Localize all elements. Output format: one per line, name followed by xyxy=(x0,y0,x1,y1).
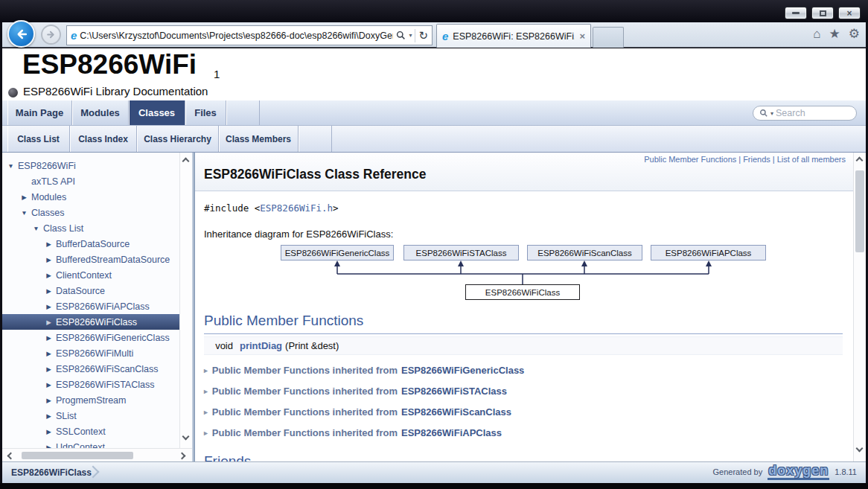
expander-icon[interactable]: ▶ xyxy=(45,350,53,357)
scroll-right-arrow-icon[interactable] xyxy=(179,453,186,460)
address-text[interactable]: C:\Users\Krzysztof\Documents\Projects\es… xyxy=(80,31,393,41)
tree-item-esp8266wifimulti[interactable]: ▶ESP8266WiFiMulti xyxy=(2,345,179,361)
inherited-class-link[interactable]: ESP8266WiFiScanClass xyxy=(401,406,511,418)
tree-item-datasource[interactable]: ▶DataSource xyxy=(2,283,179,298)
inherited-class-link[interactable]: ESP8266WiFiGenericClass xyxy=(401,365,524,376)
tree-item-class-list[interactable]: ▼Class List xyxy=(2,220,179,236)
tree-item-axtls-api[interactable]: axTLS API xyxy=(2,173,179,189)
tree-label: Classes xyxy=(31,208,64,218)
inherited-class-link[interactable]: ESP8266WiFiSTAClass xyxy=(401,386,507,397)
address-bar[interactable]: e C:\Users\Krzysztof\Documents\Projects\… xyxy=(66,25,433,45)
new-tab-button[interactable] xyxy=(593,27,624,48)
member-function-link[interactable]: printDiag xyxy=(240,340,282,351)
summary-link-public-members[interactable]: Public Member Functions xyxy=(644,155,736,164)
inherited-section-scanclass[interactable]: ▸ Public Member Functions inherited from… xyxy=(204,403,843,420)
inherited-section-apclass[interactable]: ▸ Public Member Functions inherited from… xyxy=(204,424,843,441)
tab-classes[interactable]: Classes xyxy=(129,100,185,125)
diagram-node-staclass[interactable]: ESP8266WiFiSTAClass xyxy=(403,245,519,261)
minimize-button[interactable] xyxy=(785,7,807,19)
tab-class-hierarchy[interactable]: Class Hierarchy xyxy=(137,126,219,152)
sidebar-horizontal-scrollbar[interactable] xyxy=(2,448,192,461)
scroll-left-arrow-icon[interactable] xyxy=(7,453,15,460)
search-filter-caret-icon[interactable]: ▾ xyxy=(770,110,773,117)
scroll-up-arrow-icon[interactable] xyxy=(182,158,190,165)
expander-icon[interactable]: ▶ xyxy=(20,194,28,201)
tree-item-esp8266wifi[interactable]: ▼ESP8266WiFi xyxy=(2,158,179,173)
collapsed-arrow-icon[interactable]: ▸ xyxy=(204,429,208,437)
sidebar-vertical-scrollbar[interactable] xyxy=(179,153,192,448)
favorites-star-icon[interactable]: ★ xyxy=(829,28,840,40)
close-button[interactable]: × xyxy=(838,7,861,19)
forward-button[interactable] xyxy=(41,25,61,45)
expander-icon[interactable]: ▶ xyxy=(45,287,53,295)
tree-item-esp8266wifiscanclass[interactable]: ▶ESP8266WiFiScanClass xyxy=(2,361,179,377)
inherited-class-link[interactable]: ESP8266WiFiAPClass xyxy=(401,427,502,438)
expander-icon[interactable]: ▼ xyxy=(20,209,28,217)
expander-icon[interactable]: ▶ xyxy=(45,365,53,373)
scroll-up-arrow-icon[interactable] xyxy=(856,157,864,164)
vertical-scroll-thumb[interactable] xyxy=(855,170,864,252)
summary-link-all-members[interactable]: List of all members xyxy=(777,155,846,164)
tab-endcap xyxy=(226,100,260,125)
diagram-node-scanclass[interactable]: ESP8266WiFiScanClass xyxy=(527,245,642,261)
tab-files[interactable]: Files xyxy=(185,100,226,125)
collapsed-arrow-icon[interactable]: ▸ xyxy=(204,408,208,416)
content-vertical-scrollbar[interactable] xyxy=(853,153,866,461)
search-dropdown-caret-icon[interactable]: ▾ xyxy=(409,32,412,39)
tab-modules[interactable]: Modules xyxy=(72,100,129,125)
expander-icon[interactable]: ▶ xyxy=(45,303,53,310)
tab-class-list[interactable]: Class List xyxy=(7,126,70,152)
search-input[interactable] xyxy=(776,108,840,118)
expander-icon[interactable]: ▼ xyxy=(32,225,40,232)
inherited-section-genericclass[interactable]: ▸ Public Member Functions inherited from… xyxy=(204,362,843,378)
tree-item-bufferedstreamdatasource[interactable]: ▶BufferedStreamDataSource xyxy=(2,252,179,267)
summary-separator: | xyxy=(738,155,741,164)
horizontal-scroll-thumb[interactable] xyxy=(22,452,133,459)
tab-class-index[interactable]: Class Index xyxy=(70,126,137,152)
tab-class-members[interactable]: Class Members xyxy=(219,126,299,152)
tree-item-classes[interactable]: ▼Classes xyxy=(2,205,179,220)
scroll-down-arrow-icon[interactable] xyxy=(182,433,190,441)
tree-item-clientcontext[interactable]: ▶ClientContext xyxy=(2,267,179,283)
search-magnifier-icon xyxy=(759,109,768,118)
expander-icon[interactable]: ▶ xyxy=(45,381,53,389)
expander-icon[interactable]: ▶ xyxy=(45,334,53,342)
tree-item-esp8266wificlass[interactable]: ▶ESP8266WiFiClass xyxy=(2,314,179,330)
diagram-node-genericclass[interactable]: ESP8266WiFiGenericClass xyxy=(281,245,394,261)
tab-main-page[interactable]: Main Page xyxy=(7,100,72,125)
tree-item-esp8266wifigenericclass[interactable]: ▶ESP8266WiFiGenericClass xyxy=(2,330,179,345)
summary-link-friends[interactable]: Friends xyxy=(743,155,770,164)
search-box[interactable]: ▾ xyxy=(753,106,857,121)
search-icon[interactable] xyxy=(396,31,406,40)
expander-icon[interactable]: ▶ xyxy=(45,428,53,435)
tree-item-esp8266wifiapclass[interactable]: ▶ESP8266WiFiAPClass xyxy=(2,298,179,314)
diagram-node-apclass[interactable]: ESP8266WiFiAPClass xyxy=(651,245,766,261)
expander-icon[interactable]: ▶ xyxy=(45,319,53,326)
tree-item-modules[interactable]: ▶Modules xyxy=(2,189,179,205)
include-file-link[interactable]: ESP8266WiFi.h xyxy=(260,202,333,214)
tree-item-esp8266wifistaclass[interactable]: ▶ESP8266WiFiSTAClass xyxy=(2,377,179,392)
breadcrumb[interactable]: ESP8266WiFiClass xyxy=(11,467,92,478)
expander-icon[interactable]: ▶ xyxy=(45,256,53,263)
home-icon[interactable]: ⌂ xyxy=(813,28,820,40)
tab-close-icon[interactable]: × xyxy=(579,31,585,42)
refresh-icon[interactable]: ↻ xyxy=(418,30,428,41)
collapsed-arrow-icon[interactable]: ▸ xyxy=(204,387,208,395)
doxygen-logo[interactable]: doxygen xyxy=(768,464,829,480)
tree-item-slist[interactable]: ▶SList xyxy=(2,408,179,424)
inherited-section-staclass[interactable]: ▸ Public Member Functions inherited from… xyxy=(204,383,843,399)
settings-gear-icon[interactable]: ⚙ xyxy=(849,28,860,40)
scroll-down-arrow-icon[interactable] xyxy=(856,445,864,453)
expander-icon[interactable]: ▶ xyxy=(45,397,53,404)
expander-icon[interactable]: ▶ xyxy=(45,272,53,279)
restore-button[interactable] xyxy=(811,7,834,19)
tree-item-sslcontext[interactable]: ▶SSLContext xyxy=(2,424,179,439)
tree-item-progmemstream[interactable]: ▶ProgmemStream xyxy=(2,392,179,408)
back-button[interactable] xyxy=(7,20,35,48)
expander-icon[interactable]: ▼ xyxy=(7,162,15,170)
expander-icon[interactable]: ▶ xyxy=(45,240,53,248)
tree-item-bufferdatasource[interactable]: ▶BufferDataSource xyxy=(2,236,179,252)
expander-icon[interactable]: ▶ xyxy=(45,412,53,420)
browser-tab[interactable]: e ESP8266WiFi: ESP8266WiFi... × xyxy=(436,24,591,48)
collapsed-arrow-icon[interactable]: ▸ xyxy=(204,366,208,374)
